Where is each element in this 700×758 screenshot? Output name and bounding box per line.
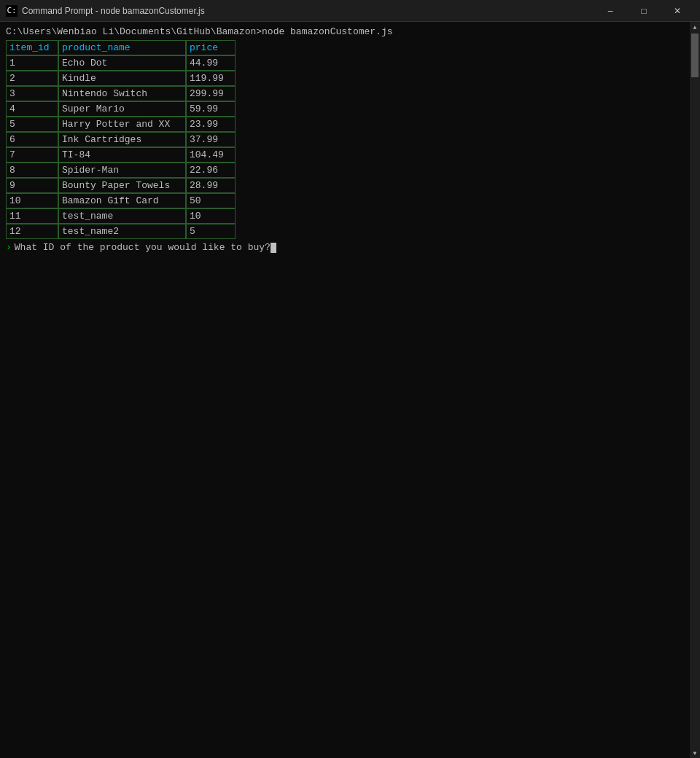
table-row: 11test_name10 [6,208,694,224]
table-row: 4Super Mario59.99 [6,101,694,117]
cell-price: 50 [186,193,236,208]
table-row: 8Spider-Man22.96 [6,163,694,178]
cell-item-id: 8 [6,163,58,178]
cell-product-name: Nintendo Switch [58,86,186,101]
prompt-arrow: › [6,242,12,253]
cell-product-name: Spider-Man [58,163,186,178]
maximize-button[interactable]: □ [627,0,661,22]
header-price: price [186,40,236,55]
scrollbar-track [690,32,700,748]
cell-price: 299.99 [186,86,236,101]
cell-item-id: 5 [6,117,58,132]
close-button[interactable]: ✕ [661,0,694,22]
titlebar: C: Command Prompt - node bamazonCustomer… [0,0,700,22]
table-body: 1Echo Dot44.992Kindle119.993Nintendo Swi… [6,55,694,239]
cell-item-id: 4 [6,101,58,117]
table-row: 3Nintendo Switch299.99 [6,86,694,101]
scrollbar-down-arrow[interactable]: ▼ [690,748,700,758]
cell-item-id: 9 [6,178,58,193]
cell-product-name: TI-84 [58,147,186,163]
cell-price: 44.99 [186,55,236,71]
table-row: 12test_name25 [6,224,694,239]
titlebar-controls: – □ ✕ [594,0,694,22]
cell-product-name: Kindle [58,71,186,86]
window: C: Command Prompt - node bamazonCustomer… [0,0,700,758]
prompt-text: What ID of the product you would like to… [15,242,271,253]
scrollbar-up-arrow[interactable]: ▲ [690,22,700,32]
cell-item-id: 12 [6,224,58,239]
cmd-icon: C: [6,5,18,17]
terminal-body[interactable]: C:\Users\Wenbiao Li\Documents\GitHub\Bam… [0,22,700,758]
cell-item-id: 10 [6,193,58,208]
cell-item-id: 11 [6,208,58,224]
cell-price: 28.99 [186,178,236,193]
cell-product-name: test_name2 [58,224,186,239]
header-item-id: item_id [6,40,58,55]
cell-product-name: Ink Cartridges [58,132,186,147]
header-product-name: product_name [58,40,186,55]
table-row: 6Ink Cartridges37.99 [6,132,694,147]
cell-product-name: Bamazon Gift Card [58,193,186,208]
cell-item-id: 2 [6,71,58,86]
table-row: 1Echo Dot44.99 [6,55,694,71]
table-header-row: item_id product_name price [6,40,694,55]
cell-product-name: Bounty Paper Towels [58,178,186,193]
cell-price: 22.96 [186,163,236,178]
table-row: 10Bamazon Gift Card50 [6,193,694,208]
cell-item-id: 1 [6,55,58,71]
cell-item-id: 3 [6,86,58,101]
cell-price: 119.99 [186,71,236,86]
minimize-button[interactable]: – [594,0,627,22]
cell-item-id: 6 [6,132,58,147]
cell-item-id: 7 [6,147,58,163]
table-row: 2Kindle119.99 [6,71,694,86]
scrollbar[interactable]: ▲ ▼ [690,22,700,758]
titlebar-title: Command Prompt - node bamazonCustomer.js [22,6,594,16]
scrollbar-thumb[interactable] [691,34,699,77]
cursor [271,243,276,253]
table-row: 7TI-84104.49 [6,147,694,163]
cell-price: 5 [186,224,236,239]
cell-price: 37.99 [186,132,236,147]
cell-product-name: Echo Dot [58,55,186,71]
cell-product-name: Harry Potter and XX [58,117,186,132]
table-row: 9Bounty Paper Towels28.99 [6,178,694,193]
prompt-line: › What ID of the product you would like … [6,242,694,253]
cell-product-name: Super Mario [58,101,186,117]
table-row: 5Harry Potter and XX23.99 [6,117,694,132]
product-table: item_id product_name price 1Echo Dot44.9… [6,40,694,239]
cmd-line: C:\Users\Wenbiao Li\Documents\GitHub\Bam… [6,26,694,37]
cell-price: 59.99 [186,101,236,117]
cell-price: 104.49 [186,147,236,163]
cell-price: 23.99 [186,117,236,132]
cell-product-name: test_name [58,208,186,224]
cell-price: 10 [186,208,236,224]
